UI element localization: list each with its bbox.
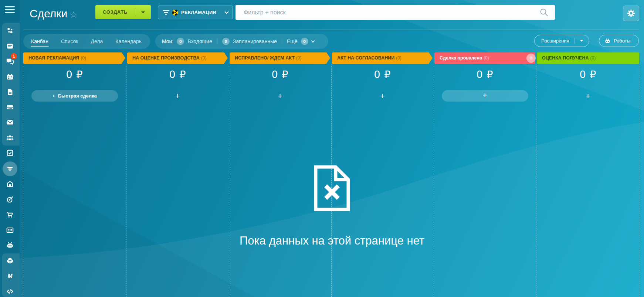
stage-count: (0)	[296, 55, 302, 61]
stage-header[interactable]: НОВАЯ РЕКЛАМАЦИЯ(0)	[23, 52, 122, 64]
feed-icon[interactable]	[0, 23, 20, 38]
gear-icon	[627, 9, 635, 18]
stage-action-row: +	[332, 90, 433, 102]
groups-people-icon[interactable]	[0, 130, 20, 145]
robots-label: Роботы	[614, 38, 630, 44]
column-divider	[536, 66, 536, 297]
developer-code-icon[interactable]	[0, 284, 20, 297]
column-divider	[126, 66, 126, 297]
create-dropdown-arrow[interactable]	[135, 5, 151, 19]
deals-kanban-page: 1M Сделки ☆ СОЗДАТЬ РЕКЛАМАЦИИ	[0, 0, 644, 297]
warehouse-icon[interactable]	[0, 177, 20, 191]
stage-header[interactable]: Сделка провалена(0)+	[434, 52, 535, 64]
tasks-check-icon[interactable]	[0, 146, 20, 160]
plus-icon: +	[52, 93, 55, 99]
automation-robot-icon[interactable]	[0, 238, 20, 253]
view-tabs: КанбанСписокДелаКалендарь	[23, 34, 150, 49]
funnel-icon	[163, 10, 169, 15]
tab-канбан[interactable]: Канбан	[25, 34, 55, 49]
robot-icon	[604, 38, 611, 44]
filter-preset-button[interactable]: РЕКЛАМАЦИИ	[158, 6, 233, 19]
empty-state-message: Пока данных на этой странице нет	[166, 234, 498, 248]
chat-notification-badge: 1	[11, 53, 17, 59]
search-input[interactable]	[235, 5, 555, 20]
chevron-down-icon	[224, 10, 228, 14]
add-deal-circle-button[interactable]: +	[526, 54, 536, 63]
create-button[interactable]: СОЗДАТЬ	[95, 5, 151, 19]
hamburger-menu-icon[interactable]	[5, 6, 15, 13]
counter-badge: 0	[222, 38, 230, 45]
stage-header[interactable]: ИСПРАВЛЕНО/ ЖДЕМ АКТ(0)	[230, 52, 326, 64]
tab-дела[interactable]: Дела	[84, 34, 109, 49]
settings-gear-button[interactable]	[623, 6, 639, 21]
stage-header[interactable]: НА ОЦЕНКЕ ПРОИЗВОДСТВА(0)	[127, 52, 224, 64]
stage-header[interactable]: ОЦЕНКА ПОЛУЧЕНА(0)	[537, 52, 639, 64]
search-box	[235, 5, 555, 20]
tab-календарь[interactable]: Календарь	[109, 34, 148, 49]
kanban-column: НОВАЯ РЕКЛАМАЦИЯ(0)0 ₽+Быстрая сделка	[23, 52, 126, 104]
more-count-badge: 0	[301, 38, 308, 45]
add-deal-plus-button[interactable]: +	[586, 90, 590, 102]
stage-amount: 0 ₽	[23, 69, 126, 80]
stage-action-row: +	[434, 90, 535, 102]
my-counters: Мои: 0Входящие0Запланированные Ещё 0	[155, 34, 328, 49]
column-divider	[434, 66, 434, 297]
stage-count: (0)	[396, 55, 401, 61]
stage-count: (0)	[590, 55, 596, 61]
add-deal-wide-button[interactable]: +	[442, 90, 528, 102]
svg-text:M: M	[7, 273, 13, 279]
add-deal-plus-button[interactable]: +	[175, 90, 180, 102]
stage-action-row: +Быстрая сделка	[23, 90, 126, 102]
search-icon[interactable]	[540, 8, 548, 17]
marketing-target-icon[interactable]	[0, 192, 20, 207]
extensions-divider	[574, 38, 575, 44]
stage-amount: 0 ₽	[230, 69, 331, 80]
counter-divider	[217, 38, 217, 44]
stage-name: НОВАЯ РЕКЛАМАЦИЯ	[28, 55, 79, 61]
apps-cube-icon[interactable]	[0, 253, 20, 268]
stage-amount: 0 ₽	[434, 69, 535, 80]
stage-count: (0)	[81, 55, 86, 61]
header-separator	[23, 30, 639, 30]
market-icon[interactable]: M	[0, 269, 20, 284]
add-deal-plus-button[interactable]: +	[278, 90, 282, 102]
radioactive-icon	[172, 10, 178, 16]
stage-name: ИСПРАВЛЕНО/ ЖДЕМ АКТ	[235, 55, 295, 61]
filter-preset-label: РЕКЛАМАЦИИ	[181, 10, 216, 15]
extensions-button[interactable]: Расширения	[534, 35, 589, 47]
counter-label[interactable]: Входящие	[187, 38, 212, 44]
left-sidebar: 1M	[0, 0, 20, 297]
planner-window-icon[interactable]	[0, 39, 20, 54]
empty-document-icon	[313, 165, 350, 212]
mail-icon[interactable]	[0, 115, 20, 130]
company-card-icon[interactable]	[0, 223, 20, 238]
quick-deal-button[interactable]: +Быстрая сделка	[31, 90, 118, 102]
stage-name: ОЦЕНКА ПОЛУЧЕНА	[542, 55, 589, 61]
counter-badge: 0	[177, 38, 184, 45]
chevron-down-icon	[580, 40, 583, 42]
tab-список[interactable]: Список	[55, 34, 85, 49]
stage-count: (0)	[484, 55, 489, 61]
counter-label[interactable]: Запланированные	[233, 38, 277, 44]
calendar-icon[interactable]	[0, 69, 20, 84]
sales-cart-icon[interactable]	[0, 207, 20, 222]
page-title: Сделки	[30, 7, 67, 20]
documents-icon[interactable]	[0, 85, 20, 99]
favorite-star-icon[interactable]: ☆	[70, 10, 78, 20]
stage-header[interactable]: АКТ НА СОГЛАСОВАНИИ(0)	[332, 52, 429, 64]
kanban-column: НА ОЦЕНКЕ ПРОИЗВОДСТВА(0)0 ₽+	[127, 52, 228, 104]
stage-action-row: +	[127, 90, 228, 102]
stage-name: НА ОЦЕНКЕ ПРОИЗВОДСТВА	[132, 55, 200, 61]
chevron-down-icon[interactable]	[311, 39, 315, 43]
kanban-column: ОЦЕНКА ПОЛУЧЕНА(0)0 ₽+	[537, 52, 639, 104]
stage-name: Сделка провалена	[440, 55, 482, 61]
stage-name: АКТ НА СОГЛАСОВАНИИ	[337, 55, 394, 61]
crm-funnel-icon[interactable]	[0, 161, 20, 176]
add-deal-plus-button[interactable]: +	[380, 90, 385, 102]
counter-divider	[282, 38, 282, 44]
kanban-column: ИСПРАВЛЕНО/ ЖДЕМ АКТ(0)0 ₽+	[230, 52, 331, 104]
drive-icon[interactable]	[0, 100, 20, 115]
more-counters[interactable]: Ещё	[287, 38, 298, 44]
robots-button[interactable]: Роботы	[599, 35, 639, 47]
stage-count: (0)	[201, 55, 207, 61]
